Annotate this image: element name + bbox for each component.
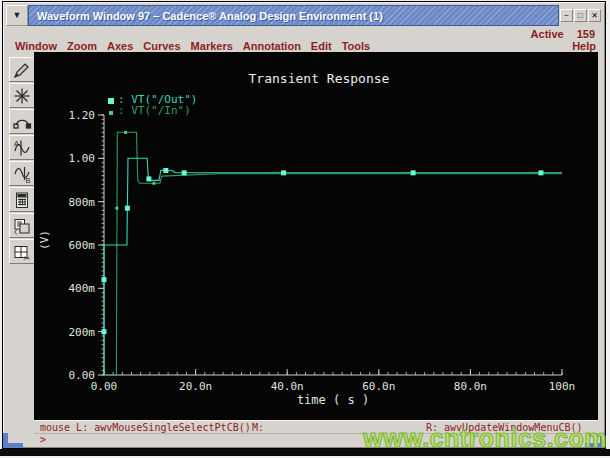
data-marker	[124, 131, 127, 134]
y-tick-label: 200m	[69, 326, 96, 339]
x-axis-label: time ( s )	[297, 393, 369, 407]
titlebar: ▼ Waveform Window 97 – Cadence® Analog D…	[6, 5, 602, 26]
toolbar-marker-b-button[interactable]: B	[9, 161, 35, 186]
close-button[interactable]: ✕	[588, 9, 601, 22]
y-axis-label: (V)	[38, 230, 51, 250]
waveform-window: ▼ Waveform Window 97 – Cadence® Analog D…	[2, 1, 606, 449]
toolbar-copy-window-button[interactable]	[9, 213, 35, 238]
toolbar-zoom-fit-button[interactable]	[9, 83, 35, 108]
x-tick-label: 60.0n	[362, 380, 395, 393]
menu-axes[interactable]: Axes	[107, 40, 133, 52]
toolbar-calculator-button[interactable]	[9, 187, 35, 212]
x-tick-label: 80.0n	[454, 380, 487, 393]
chevron-down-icon: ▼	[13, 11, 22, 20]
data-marker	[281, 170, 286, 175]
menu-tools[interactable]: Tools	[342, 40, 371, 52]
legend-marker	[108, 98, 114, 104]
toolbar-arc-button[interactable]	[9, 109, 35, 134]
probe-pen-icon	[12, 60, 32, 80]
y-tick-label: 1.00	[69, 152, 96, 165]
data-marker	[182, 170, 187, 175]
copy-window-icon	[12, 216, 32, 236]
starburst-icon	[12, 86, 32, 106]
data-marker	[538, 170, 543, 175]
curve-arc-icon	[12, 112, 32, 132]
data-marker	[125, 206, 130, 211]
menu-help[interactable]: Help	[572, 40, 596, 52]
maximize-button[interactable]: □	[574, 9, 587, 22]
titlebar-drag-area[interactable]: Waveform Window 97 – Cadence® Analog Des…	[28, 5, 559, 26]
calculator-icon	[12, 190, 32, 210]
waveform-marker-a-icon: A	[12, 138, 32, 158]
data-marker	[146, 176, 151, 181]
data-marker	[163, 168, 168, 173]
toolbar: A B	[7, 57, 36, 265]
series-vtout	[104, 158, 562, 375]
plot-area[interactable]: 0.00200m400m600m800m1.001.200.0020.0n40.…	[34, 52, 598, 420]
series-vtin	[104, 132, 562, 375]
minimize-icon: −	[564, 12, 569, 20]
y-tick-label: 1.20	[69, 109, 96, 122]
x-tick-label: 20.0n	[179, 380, 212, 393]
menu-window[interactable]: Window	[15, 40, 57, 52]
maximize-icon: □	[578, 12, 583, 20]
toolbar-probe-button[interactable]	[9, 57, 35, 82]
y-tick-label: 400m	[69, 282, 96, 295]
menu-edit[interactable]: Edit	[311, 40, 332, 52]
waveform-marker-b-icon: B	[12, 164, 32, 184]
data-marker	[411, 170, 416, 175]
data-marker	[102, 329, 107, 334]
menu-zoom[interactable]: Zoom	[67, 40, 97, 52]
prompt-text: >	[40, 434, 46, 445]
screen: ▼ Waveform Window 97 – Cadence® Analog D…	[0, 0, 610, 458]
watermark: www.cntronics.com	[363, 424, 607, 453]
menu-curves[interactable]: Curves	[143, 40, 180, 52]
window-menu-button[interactable]: ▼	[6, 5, 28, 26]
toolbar-marker-a-button[interactable]: A	[9, 135, 35, 160]
split-window-scissors-icon: ✂	[12, 242, 32, 262]
close-icon: ✕	[591, 12, 598, 20]
data-marker	[115, 207, 118, 210]
x-tick-label: 100n	[549, 380, 576, 393]
svg-text:B: B	[25, 175, 30, 184]
minimize-button[interactable]: −	[560, 9, 573, 22]
legend-label: : VT("/In")	[118, 104, 191, 117]
toolbar-split-window-button[interactable]: ✂	[9, 239, 35, 264]
data-marker	[102, 277, 107, 282]
y-tick-label: 600m	[69, 239, 96, 252]
status-mouse-middle: M:	[252, 422, 264, 433]
plot-svg[interactable]: 0.00200m400m600m800m1.001.200.0020.0n40.…	[34, 52, 598, 420]
window-controls: − □ ✕	[559, 5, 602, 26]
y-tick-label: 800m	[69, 196, 96, 209]
legend-marker	[109, 111, 113, 115]
chart-title: Transient Response	[249, 71, 390, 86]
window-title: Waveform Window 97 – Cadence® Analog Des…	[37, 10, 383, 22]
data-marker	[152, 182, 155, 185]
menubar: WindowZoomAxesCurvesMarkersAnnotationEdi…	[15, 39, 596, 53]
menu-markers[interactable]: Markers	[191, 40, 233, 52]
menus: WindowZoomAxesCurvesMarkersAnnotationEdi…	[15, 40, 370, 52]
menu-annotation[interactable]: Annotation	[243, 40, 301, 52]
resize-corner-bottom-left-v[interactable]	[3, 433, 8, 448]
status-mouse-left: mouse L: awvMouseSingleSelectPtCB()	[40, 422, 251, 433]
x-tick-label: 0.00	[91, 380, 118, 393]
x-tick-label: 40.0n	[271, 380, 304, 393]
svg-text:✂: ✂	[23, 254, 30, 262]
